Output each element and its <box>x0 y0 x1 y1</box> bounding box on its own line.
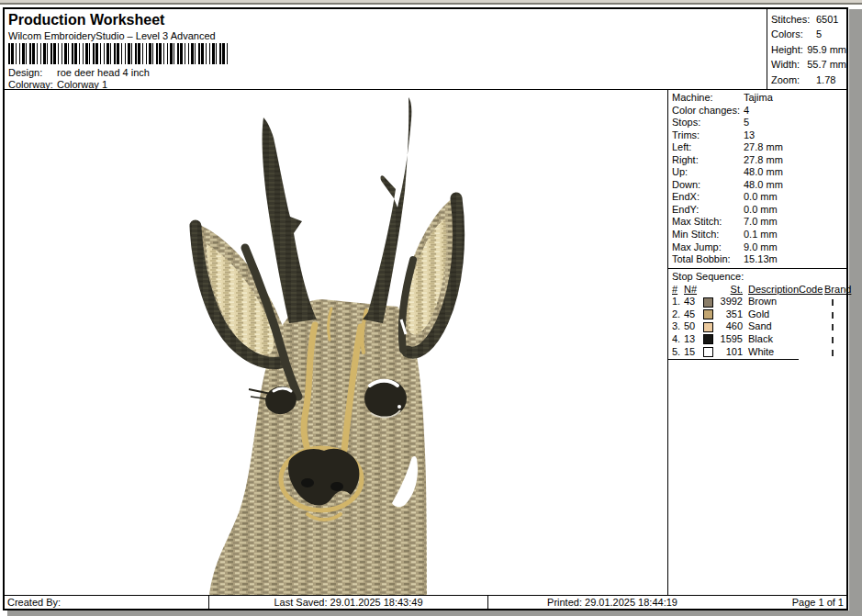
stop-sequence-row: 4. 13 1595 Black <box>668 333 846 346</box>
table-end-line <box>668 359 799 360</box>
thread-color-swatch <box>703 309 713 319</box>
page-shadow-bottom <box>7 610 862 616</box>
panel-divider <box>668 268 846 269</box>
thread-color-swatch <box>703 347 713 357</box>
stop-sequence-row: 5. 15 101 White <box>668 346 846 359</box>
truncated-text-mark <box>832 312 834 319</box>
barcode-icon <box>8 43 229 64</box>
page-number: Page 1 of 1 <box>736 596 846 609</box>
thread-color-swatch <box>703 297 713 308</box>
design-value: roe deer head 4 inch <box>57 67 150 79</box>
design-preview-area <box>5 90 667 595</box>
stat-colors: Colors:5 <box>771 27 846 41</box>
right-eye <box>364 379 407 418</box>
machine-row: Machine:Tajima <box>668 92 846 105</box>
truncated-text-mark <box>832 337 834 343</box>
page-title: Production Worksheet <box>8 12 164 28</box>
worksheet-page: Production Worksheet Wilcom EmbroiderySt… <box>3 7 848 610</box>
stat-height: Height:95.9 mm <box>771 42 846 57</box>
software-subtitle: Wilcom EmbroideryStudio – Level 3 Advanc… <box>8 30 216 41</box>
truncated-text-mark <box>832 299 834 306</box>
window-edge-line <box>0 3 862 5</box>
machine-row: Stops:5 <box>668 117 846 129</box>
worksheet-footer: Created By: Last Saved: 29.01.2025 18:43… <box>5 595 846 609</box>
design-label: Design: <box>8 67 57 79</box>
deer-design-preview <box>5 90 667 595</box>
left-antler <box>263 118 317 323</box>
machine-row: EndX:0.0 mm <box>668 191 846 204</box>
design-name-row: Design: roe deer head 4 inch <box>8 67 150 79</box>
machine-row: Max Stitch:7.0 mm <box>668 216 846 229</box>
stat-zoom: Zoom:1.78 <box>771 73 846 87</box>
stat-stitches: Stitches:6501 <box>771 12 846 27</box>
stop-sequence-header: # N# St. Description Code Brand <box>668 284 846 297</box>
machine-row: Color changes:4 <box>668 105 846 118</box>
stop-sequence-row: 3. 50 460 Sand <box>668 320 846 333</box>
machine-row: Left:27.8 mm <box>668 141 846 154</box>
design-stats-box: Stitches:6501 Colors:5 Height:95.9 mm Wi… <box>767 9 846 90</box>
machine-row: Total Bobbin:15.13m <box>668 253 846 266</box>
machine-row: Min Stitch:0.1 mm <box>668 229 846 241</box>
machine-row: Trims:13 <box>668 129 846 142</box>
created-by: Created By: <box>5 596 209 609</box>
thread-color-swatch <box>703 334 713 344</box>
machine-row: Max Jump:9.0 mm <box>668 241 846 254</box>
production-worksheet-window: Production Worksheet Wilcom EmbroiderySt… <box>0 0 862 616</box>
machine-row: EndY:0.0 mm <box>668 204 846 217</box>
stop-sequence-row: 1. 43 3992 Brown <box>668 296 846 308</box>
last-saved: Last Saved: 29.01.2025 18:43:49 <box>209 596 488 609</box>
stop-sequence-title: Stop Sequence: <box>668 270 846 284</box>
printed: Printed: 29.01.2025 18:44:19 <box>488 596 736 609</box>
thread-color-swatch <box>703 322 713 332</box>
truncated-text-mark <box>832 350 834 356</box>
machine-row: Right:27.8 mm <box>668 154 846 167</box>
machine-row: Down:48.0 mm <box>668 179 846 192</box>
stat-width: Width:55.7 mm <box>771 57 846 72</box>
stop-sequence-row: 2. 45 351 Gold <box>668 308 846 321</box>
machine-info-panel: Machine:Tajima Color changes:4 Stops:5 T… <box>667 90 846 595</box>
page-shadow-right <box>849 9 862 616</box>
machine-row: Up:48.0 mm <box>668 166 846 179</box>
worksheet-header: Production Worksheet Wilcom EmbroiderySt… <box>5 9 846 90</box>
right-ear <box>398 196 460 355</box>
truncated-text-mark <box>832 324 834 330</box>
